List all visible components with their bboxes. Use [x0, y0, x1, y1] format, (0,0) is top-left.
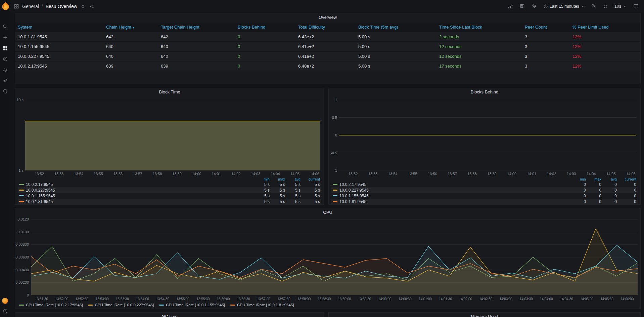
legend-series-name[interactable]: 10.0.0.227:9545 — [333, 188, 570, 193]
legend-series-name[interactable]: CPU Time IRate [10.0.0.227:9545] — [88, 303, 154, 307]
legend-series-name[interactable]: 10.0.1.155:9545 — [19, 194, 254, 198]
x-axis-label: 14:05:00 — [580, 297, 593, 301]
x-axis-label: 13:58 — [467, 172, 477, 176]
table-cell: 10.0.0.227:9545 — [15, 52, 103, 62]
dashboard-title[interactable]: Besu Overview — [46, 4, 77, 9]
legend-stat-value: 0 — [570, 188, 586, 193]
legend-series-name[interactable]: CPU Time IRate [10.0.1.81:9545] — [230, 303, 294, 307]
legend-series-name[interactable]: 10.0.2.17:9545 — [333, 182, 570, 187]
legend-row: 10.0.1.81:95455 s5 s5 s5 s — [18, 199, 321, 204]
zoom-out-button[interactable] — [591, 3, 597, 9]
sidebar-item-search[interactable] — [0, 22, 10, 31]
cycle-view-mode-button[interactable] — [633, 3, 639, 9]
refresh-interval-picker[interactable]: 10s — [614, 3, 627, 9]
table-cell: 12% — [570, 42, 640, 52]
table-cell: 0 — [235, 52, 295, 62]
sidebar-item-help[interactable]: ? — [0, 307, 10, 315]
x-axis-label: 14:02 — [231, 172, 241, 176]
legend-series-name[interactable]: 10.0.0.227:9545 — [19, 188, 254, 193]
legend-row: 10.0.1.155:95455 s5 s5 s5 s — [18, 193, 321, 199]
legend-stat-value: 0 — [617, 182, 636, 187]
panel-title[interactable]: GC time — [15, 313, 324, 317]
column-header[interactable]: Chain Height▾ — [103, 23, 158, 32]
block-time-chart[interactable] — [25, 100, 320, 170]
table-cell: 3 — [522, 32, 570, 42]
legend-series-name[interactable]: 10.0.1.81:9545 — [333, 199, 570, 204]
x-axis-label: 13:55 — [408, 172, 417, 176]
legend-stat-header[interactable]: min — [570, 177, 586, 181]
legend-stat-header[interactable]: min — [254, 177, 270, 181]
dashboard-grid-icon — [13, 3, 19, 9]
series-color-icon — [19, 305, 24, 306]
sidebar-item-alerting[interactable] — [0, 65, 10, 74]
column-header[interactable]: Time Since Last Block — [436, 23, 522, 32]
x-axis-label: 14:06:00 — [620, 297, 634, 301]
legend: CPU Time IRate [10.0.2.17:9545]CPU Time … — [19, 303, 294, 307]
column-header[interactable]: Peer Count — [522, 23, 570, 32]
x-axis-label: 13:52 — [35, 172, 44, 176]
panel-title[interactable]: Block Time — [15, 88, 324, 96]
breadcrumb-separator: / — [42, 4, 43, 9]
panel-title[interactable]: Overview — [15, 13, 640, 22]
legend-stat-header[interactable]: current — [617, 177, 636, 181]
table-cell: 5.00 s — [356, 42, 436, 52]
column-header[interactable]: System — [15, 23, 103, 32]
column-header[interactable]: Block Time (5m avg) — [356, 23, 436, 32]
y-axis-label: 0.00200 — [15, 280, 29, 284]
x-axis-label: 14:01:30 — [439, 297, 452, 301]
blocks-behind-chart[interactable] — [339, 100, 636, 170]
cpu-chart[interactable] — [31, 219, 638, 295]
column-header[interactable]: Blocks Behind — [235, 23, 295, 32]
y-axis-label: -1 — [334, 168, 337, 172]
sidebar-item-dashboards[interactable] — [0, 44, 10, 52]
sidebar-item-explore[interactable] — [0, 54, 10, 63]
panel-title[interactable]: CPU — [15, 208, 640, 216]
sidebar-item-create[interactable] — [0, 33, 10, 42]
legend-stat-header[interactable]: avg — [285, 177, 301, 181]
table-cell: 12% — [570, 62, 640, 71]
add-panel-button[interactable] — [507, 3, 514, 10]
sidebar-item-configuration[interactable] — [0, 76, 10, 85]
legend-stat-header[interactable]: max — [586, 177, 601, 181]
series-color-icon — [333, 195, 337, 196]
time-range-picker[interactable]: Last 15 minutes — [543, 3, 585, 9]
grafana-logo[interactable] — [1, 2, 10, 11]
x-axis-label: 13:53 — [54, 172, 64, 176]
x-axis-label: 13:54:00 — [136, 297, 149, 301]
legend-stat-header[interactable]: max — [270, 177, 285, 181]
legend-stat-header[interactable]: avg — [601, 177, 617, 181]
legend-stat-value: 5 s — [285, 199, 301, 204]
legend-series-name[interactable]: CPU Time IRate [10.0.1.155:9545] — [159, 303, 225, 307]
star-dashboard-button[interactable] — [80, 3, 86, 9]
refresh-button[interactable] — [602, 3, 608, 9]
x-axis-label: 13:56:30 — [237, 297, 250, 301]
y-axis-label: 0 — [27, 293, 29, 297]
dashboard-controls: Last 15 minutes 10s — [507, 3, 639, 10]
legend-series-name[interactable]: 10.0.1.81:9545 — [19, 199, 254, 204]
legend-series-name[interactable]: 10.0.2.17:9545 — [19, 182, 254, 187]
column-header[interactable]: Total Difficulty — [295, 23, 356, 32]
share-dashboard-button[interactable] — [89, 3, 95, 9]
x-axis-label: 13:59:00 — [338, 297, 351, 301]
sidebar-item-server-admin[interactable] — [0, 87, 10, 95]
panel-title[interactable]: Memory Used — [329, 313, 640, 317]
legend-stat-value: 0 — [586, 182, 601, 187]
legend-series-name[interactable]: CPU Time IRate [10.0.2.17:9545] — [19, 303, 83, 307]
x-axis-label: 13:53 — [368, 172, 378, 176]
breadcrumb-folder[interactable]: General — [22, 4, 39, 9]
column-header[interactable]: % Peer Limit Used — [570, 23, 640, 32]
x-axis-label: 13:58:00 — [297, 297, 311, 301]
column-header[interactable]: Target Chain Height — [158, 23, 235, 32]
legend-stat-header[interactable]: current — [301, 177, 320, 181]
panel-title[interactable]: Blocks Behind — [329, 88, 640, 96]
user-avatar[interactable] — [0, 296, 10, 305]
save-dashboard-button[interactable] — [519, 3, 525, 9]
legend-series-name[interactable]: 10.0.1.155:9545 — [333, 194, 570, 198]
series-color-icon — [19, 190, 24, 191]
legend: minmaxavgcurrent10.0.2.17:9545000010.0.0… — [331, 177, 638, 204]
legend-row: 10.0.2.17:95455 s5 s5 s5 s — [18, 182, 321, 187]
legend-stat-value: 5 s — [270, 194, 285, 198]
table-cell: 3 — [522, 62, 570, 71]
dashboard-settings-button[interactable] — [531, 3, 537, 9]
legend-stat-value: 0 — [617, 188, 636, 193]
